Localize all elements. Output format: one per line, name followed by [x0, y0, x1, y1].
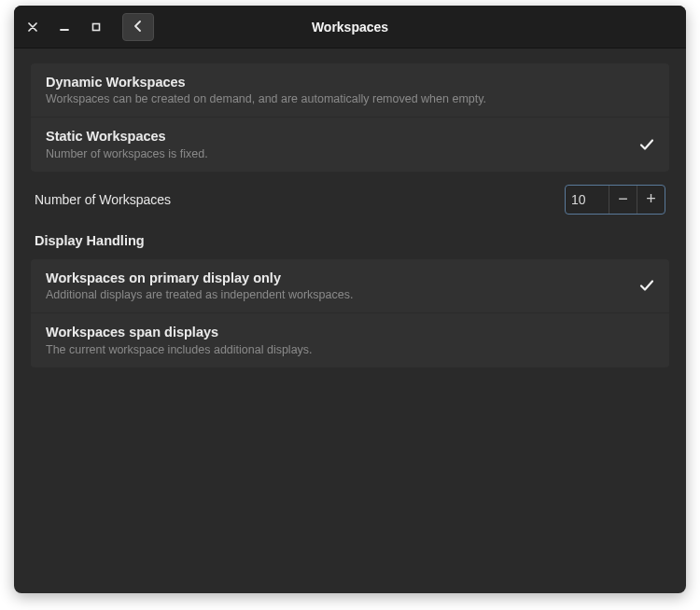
option-subtitle: Number of workspaces is fixed. — [46, 147, 639, 160]
check-icon — [639, 137, 654, 152]
workspace-count-input[interactable] — [566, 186, 609, 214]
display-handling-heading: Display Handling — [31, 228, 669, 259]
maximize-button[interactable] — [87, 18, 105, 36]
increment-button[interactable]: + — [637, 186, 665, 214]
window-controls — [23, 18, 105, 36]
option-text: Workspaces span displays The current wor… — [46, 325, 654, 355]
option-subtitle: Additional displays are treated as indep… — [46, 288, 639, 301]
option-static-workspaces[interactable]: Static Workspaces Number of workspaces i… — [31, 117, 669, 171]
option-title: Workspaces span displays — [46, 325, 654, 340]
option-subtitle: Workspaces can be created on demand, and… — [46, 92, 654, 105]
option-primary-display-only[interactable]: Workspaces on primary display only Addit… — [31, 259, 669, 312]
settings-window: Workspaces Dynamic Workspaces Workspaces… — [14, 6, 686, 593]
content: Dynamic Workspaces Workspaces can be cre… — [14, 49, 686, 382]
decrement-button[interactable]: − — [609, 186, 637, 214]
check-icon — [639, 278, 654, 293]
back-button[interactable] — [122, 13, 154, 41]
number-label: Number of Workspaces — [35, 192, 565, 207]
option-dynamic-workspaces[interactable]: Dynamic Workspaces Workspaces can be cre… — [31, 63, 669, 117]
display-handling-group: Workspaces on primary display only Addit… — [31, 259, 669, 367]
chevron-left-icon — [133, 19, 143, 35]
svg-rect-0 — [93, 23, 100, 30]
titlebar: Workspaces — [14, 6, 686, 49]
close-button[interactable] — [23, 18, 42, 36]
minimize-button[interactable] — [55, 18, 74, 36]
option-text: Static Workspaces Number of workspaces i… — [46, 129, 639, 159]
workspace-mode-group: Dynamic Workspaces Workspaces can be cre… — [31, 63, 669, 172]
workspace-count-spinner: − + — [565, 185, 665, 215]
option-title: Dynamic Workspaces — [46, 75, 654, 90]
page-title: Workspaces — [14, 20, 686, 35]
option-text: Dynamic Workspaces Workspaces can be cre… — [46, 75, 654, 105]
number-of-workspaces-row: Number of Workspaces − + — [31, 172, 669, 228]
option-subtitle: The current workspace includes additiona… — [46, 343, 654, 356]
option-title: Static Workspaces — [46, 129, 639, 145]
option-title: Workspaces on primary display only — [46, 270, 639, 286]
option-span-displays[interactable]: Workspaces span displays The current wor… — [31, 312, 669, 367]
option-text: Workspaces on primary display only Addit… — [46, 270, 639, 301]
